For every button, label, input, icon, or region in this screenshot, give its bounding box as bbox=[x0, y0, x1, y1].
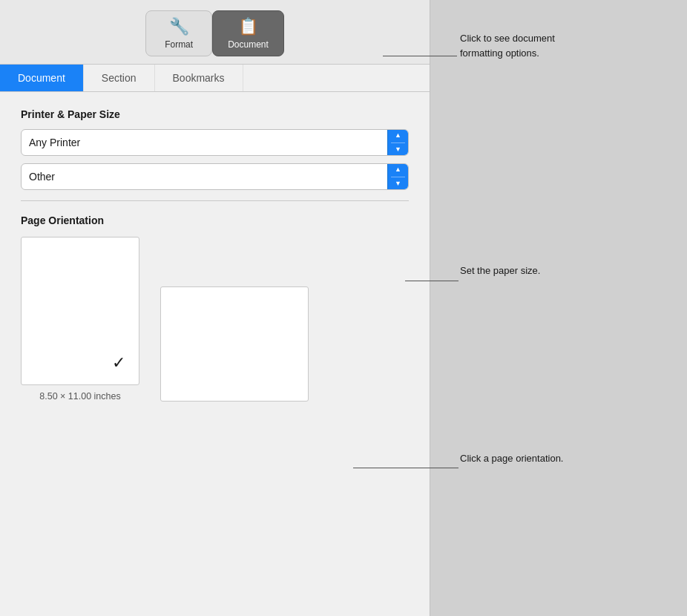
format-label: Format bbox=[165, 39, 193, 50]
orientation-cards: ✓ 8.50 × 11.00 inches bbox=[21, 237, 409, 402]
printer-value: Any Printer bbox=[29, 137, 387, 148]
portrait-checkmark: ✓ bbox=[112, 353, 125, 373]
paper-size-select-row: Other ▲ ▼ bbox=[21, 163, 409, 190]
portrait-container: ✓ 8.50 × 11.00 inches bbox=[21, 237, 139, 402]
callout-line-orientation bbox=[353, 468, 458, 468]
portrait-dimensions: 8.50 × 11.00 inches bbox=[21, 391, 139, 402]
callout-line-paper-size bbox=[405, 281, 458, 281]
printer-section-title: Printer & Paper Size bbox=[21, 108, 409, 120]
landscape-container bbox=[160, 286, 309, 402]
printer-stepper[interactable]: ▲ ▼ bbox=[387, 129, 408, 156]
section-divider bbox=[21, 200, 409, 201]
document-button[interactable]: 📋 Document bbox=[212, 10, 284, 56]
content-area: Printer & Paper Size Any Printer ▲ ▼ Oth… bbox=[0, 92, 430, 418]
annotation-paper-size: Set the paper size. bbox=[460, 265, 540, 276]
printer-select[interactable]: Any Printer ▲ ▼ bbox=[21, 129, 409, 156]
paper-size-stepper[interactable]: ▲ ▼ bbox=[387, 163, 408, 190]
tab-document[interactable]: Document bbox=[0, 65, 84, 91]
callout-line-formatting bbox=[383, 56, 457, 56]
document-icon: 📋 bbox=[238, 17, 258, 36]
orientation-section: Page Orientation ✓ 8.50 × 11.00 inches bbox=[21, 214, 409, 402]
inspector-panel: 🔧 Format 📋 Document Document Section Boo… bbox=[0, 0, 430, 616]
paper-size-value: Other bbox=[29, 171, 387, 183]
format-icon: 🔧 bbox=[169, 17, 189, 36]
portrait-card[interactable]: ✓ bbox=[21, 237, 139, 385]
tabs-bar: Document Section Bookmarks bbox=[0, 65, 430, 92]
printer-stepper-up[interactable]: ▲ bbox=[388, 129, 408, 142]
annotation-page-orientation: Click a page orientation. bbox=[460, 453, 563, 464]
orientation-section-title: Page Orientation bbox=[21, 214, 409, 226]
paper-size-stepper-up[interactable]: ▲ bbox=[388, 163, 408, 177]
paper-size-select[interactable]: Other ▲ ▼ bbox=[21, 163, 409, 190]
tab-section[interactable]: Section bbox=[84, 65, 155, 91]
toolbar: 🔧 Format 📋 Document bbox=[0, 0, 430, 65]
printer-select-row: Any Printer ▲ ▼ bbox=[21, 129, 409, 156]
printer-stepper-down[interactable]: ▼ bbox=[388, 143, 408, 157]
document-label: Document bbox=[228, 39, 269, 50]
annotation-document-formatting: Click to see documentformatting options. bbox=[460, 31, 555, 60]
paper-size-stepper-down[interactable]: ▼ bbox=[388, 177, 408, 191]
landscape-card[interactable] bbox=[160, 286, 309, 402]
format-button[interactable]: 🔧 Format bbox=[145, 10, 212, 56]
tab-bookmarks[interactable]: Bookmarks bbox=[155, 65, 243, 91]
